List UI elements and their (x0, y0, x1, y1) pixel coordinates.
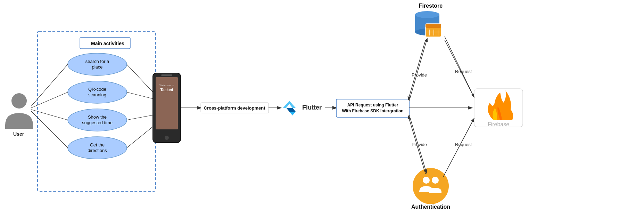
api-to-firestore (409, 38, 427, 101)
api-box (336, 99, 409, 117)
phone-welcome-text: Welcome to (159, 84, 174, 87)
main-activities-label: Main activities (91, 41, 124, 46)
activity1-line1: search for a (85, 59, 109, 64)
svg-rect-8 (426, 24, 441, 28)
activity3-line1: Show the (88, 114, 107, 120)
phone-home-button (165, 136, 169, 140)
activity2-line2: scanning (88, 92, 106, 97)
svg-point-14 (423, 177, 430, 184)
request-top-label: Request (455, 69, 472, 74)
act3-to-phone (127, 115, 155, 120)
firestore-to-firebase (445, 37, 474, 97)
user-label: User (13, 131, 24, 137)
svg-point-13 (413, 168, 449, 204)
firebase-text: Firebase (488, 121, 509, 127)
activity3-line2: suggested time (82, 120, 113, 125)
cross-platform-label: Cross-platform development (204, 105, 266, 111)
act4-to-phone (127, 125, 155, 148)
firestore-to-api (408, 40, 426, 100)
provide-bottom-label: Provide (412, 142, 427, 147)
user-to-act4 (31, 111, 68, 148)
authentication-icon (413, 168, 449, 204)
auth-to-firebase (443, 118, 474, 177)
act2-to-phone (127, 92, 155, 99)
svg-marker-0 (283, 101, 296, 108)
svg-point-5 (415, 11, 439, 18)
api-line2: With Firebase SDK Intergration (342, 109, 403, 113)
activity1-line2: place (92, 64, 102, 70)
svg-marker-2 (289, 112, 296, 115)
api-line1: API Request using Flutter (347, 103, 398, 107)
phone-app-name: Taaked (160, 88, 173, 92)
flutter-label: Flutter (302, 104, 322, 111)
firebase-logo: Firebase (474, 89, 523, 127)
act1-to-phone (127, 64, 155, 94)
svg-marker-1 (286, 108, 296, 112)
user-body (5, 113, 33, 129)
provide-top-label: Provide (412, 72, 427, 78)
activity4-line1: Get the (90, 142, 105, 147)
authentication-label: Authentication (411, 204, 450, 210)
svg-point-15 (432, 177, 439, 184)
flutter-logo (283, 101, 296, 115)
phone-speaker (161, 74, 172, 76)
user-to-act3 (31, 110, 68, 120)
firestore-icon (415, 11, 441, 37)
activity2-line1: QR-code (88, 87, 106, 92)
user-head (11, 93, 27, 109)
firestore-label: Firestore (419, 3, 443, 9)
request-bottom-label: Request (455, 142, 472, 147)
activity4-line2: directions (88, 148, 107, 153)
